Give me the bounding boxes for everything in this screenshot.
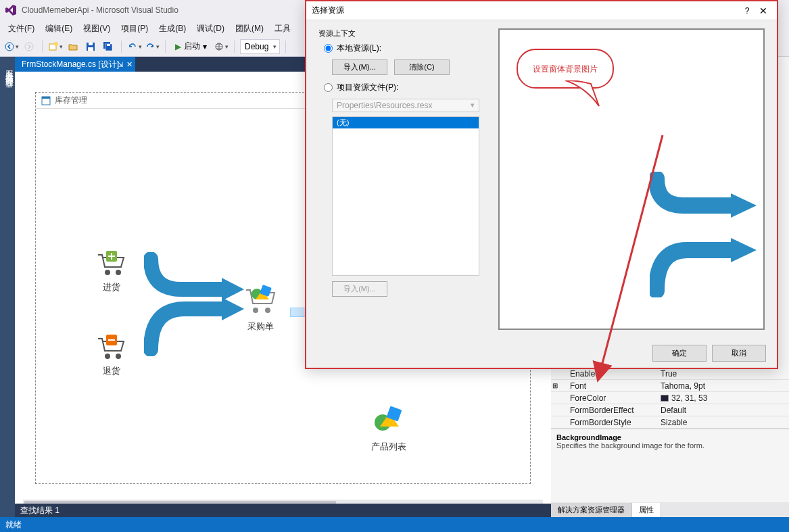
vs-logo-icon bbox=[5, 5, 16, 16]
left-sidebar: 服务器资源管理器 工具箱 测试资源管理器 bbox=[0, 57, 15, 517]
right-panel-tabs: 解决方案资源管理器 属性 bbox=[551, 502, 789, 517]
tab-close-icon[interactable]: ✕ bbox=[126, 60, 133, 69]
menu-build[interactable]: 生成(B) bbox=[153, 23, 191, 34]
open-file-button[interactable] bbox=[66, 39, 80, 54]
dialog-help-button[interactable]: ? bbox=[739, 6, 755, 16]
dialog-titlebar: 选择资源 ? ✕ bbox=[306, 1, 777, 20]
status-bar: 就绪 bbox=[0, 517, 789, 532]
menu-view[interactable]: 视图(V) bbox=[78, 23, 116, 34]
new-project-button[interactable]: ▾ bbox=[48, 39, 63, 54]
callout-text: 设置窗体背景图片 bbox=[533, 64, 598, 74]
nav-back-button[interactable]: ▾ bbox=[4, 39, 19, 54]
wf-stockin[interactable]: 进货 bbox=[95, 249, 128, 293]
radio-project-resource[interactable]: 项目资源文件(P): bbox=[324, 82, 487, 93]
svg-point-15 bbox=[116, 270, 121, 275]
property-description: BackgroundImage Specifies the background… bbox=[551, 429, 789, 454]
prop-row-font[interactable]: ⊞FontTahoma, 9pt bbox=[551, 380, 789, 392]
sidebar-server-explorer[interactable]: 服务器资源管理器 bbox=[3, 61, 15, 513]
import-button[interactable]: 导入(M)... bbox=[332, 59, 387, 75]
menu-project[interactable]: 项目(P) bbox=[116, 23, 153, 34]
resource-context-label: 资源上下文 bbox=[318, 28, 487, 39]
propdesc-text: Specifies the background image for the f… bbox=[556, 441, 784, 450]
wf-products-label: 产品列表 bbox=[370, 441, 407, 453]
status-text: 就绪 bbox=[5, 519, 22, 531]
save-button[interactable] bbox=[83, 39, 98, 54]
prop-row-enabled[interactable]: EnabledTrue bbox=[551, 368, 789, 380]
redo-button[interactable]: ▾ bbox=[145, 39, 160, 54]
undo-button[interactable]: ▾ bbox=[127, 39, 142, 54]
dialog-left-pane: 资源上下文 本地资源(L): 导入(M)... 清除(C) 项目资源文件(P):… bbox=[318, 28, 487, 330]
wf-return-label: 退货 bbox=[95, 365, 128, 377]
menu-edit[interactable]: 编辑(E) bbox=[40, 23, 78, 34]
wf-purchase[interactable]: 采购单 bbox=[242, 283, 279, 333]
tab-properties[interactable]: 属性 bbox=[632, 503, 661, 517]
svg-point-3 bbox=[54, 42, 58, 46]
arrow-return-to-purchase bbox=[144, 295, 245, 356]
dialog-title: 选择资源 bbox=[312, 5, 739, 16]
svg-point-20 bbox=[265, 308, 270, 313]
dialog-close-button[interactable]: ✕ bbox=[755, 5, 771, 16]
callout-bubble: 设置窗体背景图片 bbox=[517, 49, 614, 89]
svg-point-19 bbox=[253, 308, 258, 313]
wf-purchase-label: 采购单 bbox=[242, 320, 279, 333]
config-combo[interactable]: Debug bbox=[240, 39, 280, 54]
annotation-callout: 设置窗体背景图片 bbox=[517, 49, 614, 89]
wf-return[interactable]: 退货 bbox=[95, 333, 128, 377]
svg-point-0 bbox=[5, 43, 14, 51]
clear-button[interactable]: 清除(C) bbox=[394, 59, 450, 75]
browser-select-button[interactable]: ▾ bbox=[214, 39, 229, 54]
radio-project-input[interactable] bbox=[324, 83, 333, 92]
callout-tail-icon bbox=[565, 80, 606, 107]
menu-debug[interactable]: 调试(D) bbox=[191, 23, 230, 34]
annotation-arrow-icon bbox=[588, 128, 669, 399]
document-tab-active[interactable]: FrmStockManage.cs [设计] ⇲ ✕ bbox=[15, 57, 135, 72]
find-results-bar[interactable]: 查找结果 1 bbox=[15, 504, 551, 517]
dialog-footer: 确定 取消 bbox=[306, 338, 777, 368]
svg-point-17 bbox=[105, 354, 110, 359]
svg-line-25 bbox=[598, 135, 663, 379]
radio-local-resource[interactable]: 本地资源(L): bbox=[324, 43, 487, 54]
menu-tools[interactable]: 工具 bbox=[269, 23, 296, 34]
prop-row-formbordereffect[interactable]: FormBorderEffectDefault bbox=[551, 404, 789, 416]
wf-products[interactable]: 产品列表 bbox=[370, 404, 407, 453]
propdesc-title: BackgroundImage bbox=[556, 433, 784, 441]
nav-forward-button[interactable] bbox=[22, 39, 37, 54]
radio-local-input[interactable] bbox=[324, 44, 333, 53]
svg-rect-6 bbox=[88, 47, 93, 51]
resource-list-item-none[interactable]: (无) bbox=[333, 117, 479, 128]
start-debug-button[interactable]: ▶启动▾ bbox=[171, 41, 211, 52]
svg-point-1 bbox=[25, 43, 33, 51]
tab-solution-explorer[interactable]: 解决方案资源管理器 bbox=[551, 503, 632, 517]
save-all-button[interactable] bbox=[101, 39, 116, 54]
tab-label: FrmStockManage.cs [设计] bbox=[22, 59, 119, 70]
start-label: 启动 bbox=[184, 41, 200, 52]
tab-pin-icon[interactable]: ⇲ bbox=[118, 61, 123, 68]
prop-row-forecolor[interactable]: ForeColor32, 31, 53 bbox=[551, 392, 789, 404]
prop-row-formborderstyle[interactable]: FormBorderStyleSizable bbox=[551, 416, 789, 429]
resx-file-combo: Properties\Resources.resx bbox=[332, 99, 479, 112]
form-icon bbox=[41, 96, 51, 105]
cancel-button[interactable]: 取消 bbox=[712, 345, 766, 362]
svg-point-14 bbox=[105, 270, 110, 275]
resource-list[interactable]: (无) bbox=[332, 116, 479, 276]
import2-button: 导入(M)... bbox=[332, 281, 387, 297]
form-title-text: 库存管理 bbox=[55, 95, 87, 106]
svg-rect-5 bbox=[89, 43, 93, 45]
svg-rect-12 bbox=[42, 97, 50, 99]
svg-rect-9 bbox=[107, 44, 110, 46]
wf-stockin-label: 进货 bbox=[95, 281, 128, 293]
menu-file[interactable]: 文件(F) bbox=[3, 23, 40, 34]
menu-team[interactable]: 团队(M) bbox=[230, 23, 269, 34]
svg-point-18 bbox=[116, 354, 121, 359]
window-title: CloudMemeberApi - Microsoft Visual Studi… bbox=[22, 5, 178, 15]
